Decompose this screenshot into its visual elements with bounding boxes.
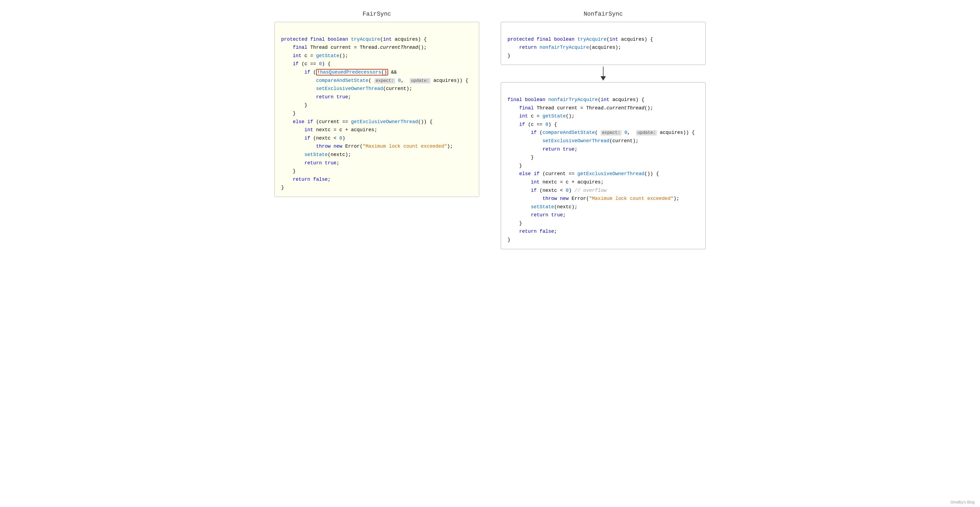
kw-final-4: final [508, 97, 522, 102]
fn-setState-1: setState [304, 152, 328, 157]
fn-compareAndSetState-1: compareAndSetState [316, 78, 368, 83]
highlight-hasQueuedPredecessors: !hasQueuedPredecessors() [316, 69, 388, 75]
kw-return-2: return [304, 160, 322, 166]
fn-setExclusiveOwnerThread-2: setExclusiveOwnerThread [542, 138, 609, 144]
fn-tryAcquire-2: tryAcquire [578, 37, 606, 42]
kw-return-1: return [316, 94, 334, 100]
kw-final-1: final [310, 37, 325, 42]
kw-return-3: return [293, 177, 310, 182]
italic-currentThread-2: currentThread [606, 105, 644, 111]
kw-else-2: else [519, 171, 531, 176]
fn-hasQueuedPredecessors: hasQueuedPredecessors [320, 70, 381, 75]
fn-getState-1: getState [316, 53, 339, 59]
kw-protected-2: protected [508, 37, 534, 42]
kw-return-5: return [542, 146, 560, 152]
nonfairsync-bottom-code-box: final boolean nonfairTryAcquire(int acqu… [501, 82, 706, 249]
fn-setState-2: setState [531, 204, 554, 210]
kw-if-7: if [534, 171, 539, 176]
badge-update-1: update: [410, 78, 430, 84]
kw-throw-1: throw [316, 144, 331, 149]
kw-int-7: int [531, 180, 539, 185]
fn-nonfairTryAcquire: nonfairTryAcquire [548, 97, 598, 102]
fn-getState-2: getState [542, 113, 566, 119]
kw-int-3: int [304, 127, 313, 132]
fairsync-title: FairSync [363, 11, 391, 17]
fn-getExclusiveOwnerThread-1: getExclusiveOwnerThread [351, 119, 418, 124]
badge-expect-1: expect: [374, 78, 395, 84]
badge-expect-2: expect: [601, 130, 622, 135]
fairsync-panel: FairSync protected final boolean tryAcqu… [274, 11, 479, 197]
num-0-3: 0 [339, 135, 342, 141]
arrow-line [603, 67, 604, 76]
kw-true-4: true [551, 212, 563, 218]
kw-true-2: true [325, 160, 336, 166]
kw-new-2: new [560, 196, 568, 201]
num-0-1: 0 [319, 61, 322, 67]
nonfairsync-title: NonfairSync [584, 11, 623, 17]
kw-int-6: int [519, 113, 528, 119]
kw-int-2: int [293, 53, 301, 59]
kw-false-1: false [313, 177, 328, 182]
badge-update-2: update: [636, 130, 657, 135]
fn-getExclusiveOwnerThread-2: getExclusiveOwnerThread [578, 171, 644, 176]
num-0-5: 0 [625, 130, 627, 135]
kw-new-1: new [333, 144, 342, 149]
kw-final-2: final [293, 45, 307, 50]
comment-overflow: // overflow [574, 188, 606, 193]
num-0-6: 0 [566, 188, 569, 193]
italic-currentThread-1: currentThread [380, 45, 418, 50]
kw-if-8: if [531, 188, 537, 193]
nonfair-right-container: protected final boolean tryAcquire(int a… [501, 22, 706, 249]
kw-boolean-2: boolean [554, 37, 574, 42]
kw-if-6: if [531, 130, 537, 135]
kw-else-1: else [293, 119, 304, 124]
page-container: FairSync protected final boolean tryAcqu… [274, 11, 706, 249]
kw-return-4: return [519, 45, 537, 50]
kw-final-3: final [537, 37, 551, 42]
kw-false-2: false [539, 229, 554, 234]
num-0-4: 0 [545, 122, 548, 127]
kw-return-6: return [531, 212, 548, 218]
kw-final-5: final [519, 105, 534, 111]
kw-int-5: int [601, 97, 609, 102]
fn-compareAndSetState-2: compareAndSetState [542, 130, 595, 135]
kw-true-3: true [563, 146, 574, 152]
kw-throw-2: throw [542, 196, 557, 201]
arrow-head [600, 76, 606, 81]
fairsync-code-box: protected final boolean tryAcquire(int a… [274, 22, 479, 197]
fn-setExclusiveOwnerThread-1: setExclusiveOwnerThread [316, 86, 383, 91]
str-maxlock-1: "Maximum lock count exceeded" [363, 144, 447, 149]
nonfairsync-panel: NonfairSync protected final boolean tryA… [501, 11, 706, 249]
num-0-2: 0 [398, 78, 401, 83]
kw-if-5: if [519, 122, 525, 127]
str-maxlock-2: "Maximum lock count exceeded" [589, 196, 673, 201]
fn-nonfairTryAcquire-top: nonfairTryAcquire [539, 45, 589, 50]
arrow-down [600, 67, 606, 81]
kw-if-3: if [307, 119, 313, 124]
fn-tryAcquire-1: tryAcquire [351, 37, 380, 42]
kw-true-1: true [336, 94, 348, 100]
kw-if-4: if [304, 135, 310, 141]
kw-boolean-1: boolean [328, 37, 348, 42]
kw-if-2: if [304, 70, 310, 75]
kw-protected: protected [281, 37, 307, 42]
kw-boolean-3: boolean [525, 97, 546, 102]
watermark: Omelby's Blog [950, 500, 975, 504]
nonfairsync-top-code-box: protected final boolean tryAcquire(int a… [501, 22, 706, 65]
kw-return-7: return [519, 229, 537, 234]
kw-int-1: int [383, 37, 391, 42]
kw-int-4: int [609, 37, 618, 42]
kw-if-1: if [293, 61, 299, 67]
